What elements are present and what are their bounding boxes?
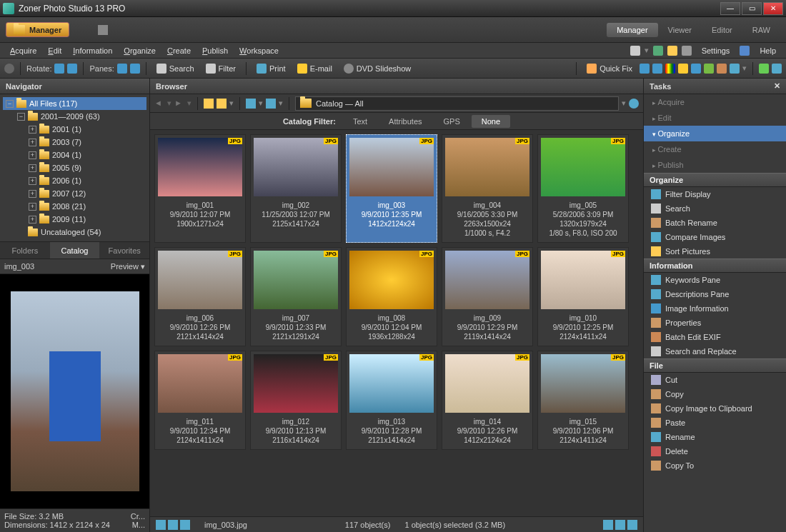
sync-icon[interactable] — [653, 46, 663, 56]
dvd-button[interactable]: DVD Slideshow — [339, 61, 415, 76]
sharpen-icon[interactable] — [691, 64, 701, 74]
reload-icon[interactable] — [629, 99, 639, 109]
thumbnail[interactable]: JPGimg_0149/9/2010 12:26 PM1412x2124x24 — [442, 351, 533, 450]
menu-publish[interactable]: Publish — [196, 45, 234, 56]
help-icon[interactable] — [740, 46, 750, 56]
task-item[interactable]: Rename — [644, 430, 786, 444]
thumbnail[interactable]: JPGimg_0109/9/2010 12:25 PM2124x1411x24 — [537, 247, 629, 346]
tree-year[interactable]: +2008 (21) — [3, 200, 146, 213]
thumbnail[interactable]: JPGimg_00211/25/2003 12:07 PM2125x1417x2… — [250, 134, 342, 243]
thumbnail[interactable]: JPGimg_0089/9/2010 12:04 PM1936x1288x24 — [346, 247, 437, 346]
expand-icon[interactable]: + — [29, 177, 36, 185]
filter-none[interactable]: None — [472, 115, 510, 128]
thumbnail[interactable]: JPGimg_0039/9/2010 12:35 PM1412x2124x24 — [346, 134, 437, 243]
refresh-icon[interactable] — [772, 64, 782, 74]
panes-nav-icon[interactable] — [117, 64, 127, 74]
mode-tab-raw[interactable]: RAW — [742, 23, 780, 37]
location-dropdown-icon[interactable]: ▾ — [622, 99, 626, 108]
thumbnail[interactable]: JPGimg_0055/28/2006 3:09 PM1320x1979x241… — [537, 134, 629, 243]
print-button[interactable]: Print — [252, 61, 290, 76]
expand-icon[interactable]: + — [29, 190, 36, 198]
expand-icon[interactable]: + — [29, 203, 36, 211]
task-item[interactable]: Properties — [644, 316, 786, 330]
panes-preview-icon[interactable] — [130, 64, 140, 74]
add-icon[interactable] — [759, 64, 769, 74]
nav-tab-favorites[interactable]: Favorites — [99, 242, 149, 259]
tree-root[interactable]: − All Files (117) — [3, 97, 146, 110]
thumbnail[interactable]: JPGimg_0049/16/2005 3:30 PM2263x1500x241… — [442, 134, 533, 243]
info-icon[interactable] — [156, 520, 166, 530]
menu-information[interactable]: Information — [67, 45, 118, 56]
task-item[interactable]: Batch Rename — [644, 216, 786, 230]
task-cat-acquire[interactable]: Acquire — [644, 94, 786, 110]
maximize-button[interactable]: ▭ — [742, 2, 762, 15]
expand-icon[interactable]: + — [29, 216, 36, 224]
collapse-icon[interactable]: − — [17, 113, 25, 121]
expand-icon[interactable]: + — [29, 139, 36, 146]
rotate-left-icon[interactable] — [54, 64, 64, 74]
search-button[interactable]: Search — [152, 61, 199, 76]
info-icon[interactable] — [603, 520, 613, 530]
filter-attributes[interactable]: Attributes — [379, 115, 432, 128]
thumbnail[interactable]: JPGimg_0159/9/2010 12:06 PM2124x1411x24 — [537, 351, 629, 450]
task-cat-create[interactable]: Create — [644, 141, 786, 157]
task-item[interactable]: Compare Images — [644, 230, 786, 244]
edit-icon[interactable] — [98, 25, 108, 35]
close-button[interactable]: ✕ — [763, 2, 783, 15]
menu-acquire[interactable]: Acquire — [4, 45, 42, 56]
task-item[interactable]: Delete — [644, 444, 786, 458]
task-item[interactable]: Image Information — [644, 301, 786, 316]
thumbnail[interactable]: JPGimg_0119/9/2010 12:34 PM2124x1411x24 — [154, 351, 246, 450]
tree-uncataloged[interactable]: Uncataloged (54) — [3, 226, 146, 239]
thumbnail[interactable]: JPGimg_0079/9/2010 12:33 PM2121x1291x24 — [250, 247, 342, 346]
print2-icon[interactable] — [730, 64, 740, 74]
task-cat-organize[interactable]: Organize — [644, 126, 786, 141]
k-icon[interactable] — [180, 520, 190, 530]
sort-icon[interactable] — [246, 99, 256, 109]
task-cat-edit[interactable]: Edit — [644, 110, 786, 126]
resize-icon[interactable] — [704, 64, 714, 74]
filter-text[interactable]: Text — [343, 115, 377, 128]
tree-year[interactable]: +2005 (9) — [3, 161, 146, 174]
tree-year[interactable]: +2004 (1) — [3, 149, 146, 161]
task-item[interactable]: Copy Image to Clipboard — [644, 401, 786, 416]
up-folder-icon[interactable] — [204, 99, 214, 109]
thumbnail[interactable]: JPGimg_0139/9/2010 12:28 PM2121x1414x24 — [346, 351, 437, 450]
menu-organize[interactable]: Organize — [118, 45, 161, 56]
quickfix-button[interactable]: Quick Fix — [582, 61, 637, 76]
tag-icon[interactable] — [615, 520, 625, 530]
task-item[interactable]: Search and Replace — [644, 344, 786, 358]
settings-menu[interactable]: Settings — [696, 45, 736, 56]
mode-tab-manager[interactable]: Manager — [607, 23, 657, 37]
bell-icon[interactable] — [667, 46, 677, 56]
task-item[interactable]: Copy To — [644, 458, 786, 473]
preview-mode-dropdown[interactable]: Preview ▾ — [111, 262, 145, 271]
levels-icon[interactable] — [640, 64, 650, 74]
close-panel-icon[interactable]: ✕ — [774, 81, 780, 91]
expand-icon[interactable]: + — [29, 151, 36, 159]
tree-group[interactable]: − 2001—2009 (63) — [3, 110, 146, 123]
task-cat-publish[interactable]: Publish — [644, 157, 786, 173]
email-button[interactable]: E-mail — [293, 61, 337, 76]
expand-icon[interactable]: + — [29, 164, 36, 172]
tree-year[interactable]: +2003 (7) — [3, 136, 146, 149]
forward-icon[interactable]: ► — [174, 99, 184, 109]
tree-year[interactable]: +2009 (11) — [3, 213, 146, 226]
mail-dropdown-icon[interactable] — [630, 46, 640, 56]
back-icon[interactable]: ◄ — [154, 99, 164, 109]
tree-year[interactable]: +2006 (1) — [3, 174, 146, 187]
task-item[interactable]: Batch Edit EXIF — [644, 330, 786, 344]
location-bar[interactable]: Catalog — All — [295, 96, 619, 111]
manager-mode-button[interactable]: Manager — [6, 22, 69, 37]
menu-edit[interactable]: Edit — [42, 45, 67, 56]
task-item[interactable]: Sort Pictures — [644, 244, 786, 259]
gear-icon[interactable] — [682, 46, 692, 56]
filter-button[interactable]: Filter — [202, 61, 240, 76]
thumbnail[interactable]: JPGimg_0099/9/2010 12:29 PM2119x1414x24 — [442, 247, 533, 346]
curves-icon[interactable] — [652, 64, 662, 74]
rotate-right-icon[interactable] — [67, 64, 77, 74]
tree-year[interactable]: +2007 (12) — [3, 187, 146, 200]
camera-icon[interactable] — [4, 64, 14, 74]
menu-create[interactable]: Create — [161, 45, 196, 56]
thumbnail[interactable]: JPGimg_0129/9/2010 12:13 PM2116x1414x24 — [250, 351, 342, 450]
